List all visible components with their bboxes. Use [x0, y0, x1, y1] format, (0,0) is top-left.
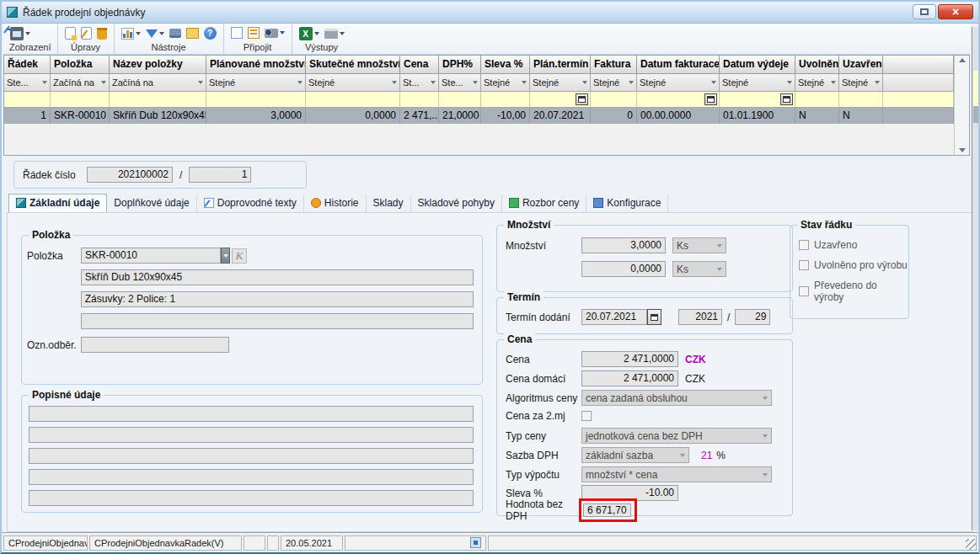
filter-input[interactable] — [839, 92, 883, 108]
cell-nazev[interactable]: Skříň Dub 120x90x45 — [110, 108, 206, 124]
unit2-select[interactable]: Ks — [672, 261, 726, 277]
cell-uzavren[interactable]: N — [839, 108, 883, 124]
quantity2-field[interactable]: 0,0000 — [581, 261, 666, 277]
tab-zakladni-udaje[interactable]: Základní údaje — [8, 194, 107, 212]
filter-operator[interactable]: Stejné — [481, 74, 530, 92]
filter-operator[interactable]: Ste... — [439, 74, 481, 92]
filter-input[interactable] — [591, 92, 637, 108]
vat-rate-select[interactable]: základní sazba — [581, 447, 689, 463]
tab-skladove-pohyby[interactable]: Skladové pohyby — [411, 194, 502, 212]
net-value-field[interactable]: 6 671,70 — [583, 503, 631, 517]
tab-doprovodne-texty[interactable]: Doprovodné texty — [197, 194, 304, 212]
filter-operator[interactable]: Stejné — [795, 74, 839, 92]
cell-radek[interactable]: 1 — [4, 108, 51, 124]
analysis-button[interactable] — [185, 27, 200, 40]
tab-konfigurace[interactable]: Konfigurace — [586, 194, 668, 212]
scroll-up-icon[interactable] — [959, 58, 966, 62]
filter-operator[interactable]: Začíná na — [51, 74, 110, 92]
attach-photo-button[interactable] — [264, 28, 286, 39]
price-type-select[interactable]: jednotková cena bez DPH — [581, 428, 772, 444]
tab-doplnkove-udaje[interactable]: Doplňkové údaje — [107, 194, 196, 212]
restore-button[interactable] — [913, 4, 936, 19]
filter-input[interactable] — [51, 92, 110, 108]
attach-note-button[interactable] — [230, 26, 244, 40]
actions-button[interactable] — [120, 27, 142, 40]
filter-input[interactable] — [795, 92, 839, 108]
calc-type-select[interactable]: množství * cena — [581, 466, 772, 482]
descriptive-field-2[interactable] — [29, 427, 474, 443]
cell-dph[interactable]: 21,0000 — [439, 108, 481, 124]
item-lookup-button[interactable]: K — [232, 248, 247, 264]
tab-sklady[interactable]: Sklady — [367, 194, 411, 212]
cell-skut-mnozstvi[interactable]: 0,0000 — [306, 108, 400, 124]
cell-datum-fakturace[interactable]: 00.00.0000 — [637, 108, 720, 124]
status-icon-button[interactable] — [470, 537, 481, 548]
column-header[interactable]: Plán.termín — [530, 56, 591, 74]
cell-polozka[interactable]: SKR-00010 — [51, 108, 110, 124]
grid-vertical-scrollbar[interactable] — [954, 56, 969, 155]
price-per-2mj-checkbox[interactable] — [581, 411, 592, 421]
filter-operator[interactable]: Stejné — [206, 74, 306, 92]
filter-operator[interactable]: Začíná na — [110, 74, 206, 92]
attach-list-button[interactable] — [247, 26, 260, 40]
scroll-down-icon[interactable] — [959, 148, 966, 152]
new-button[interactable] — [64, 26, 77, 40]
column-header[interactable]: Faktura — [591, 56, 637, 74]
tab-rozbor-ceny[interactable]: Rozbor ceny — [502, 194, 586, 212]
calendar-button[interactable] — [704, 93, 717, 105]
order-number-field[interactable]: 202100002 — [87, 167, 173, 183]
filter-operator[interactable]: Stejné — [591, 74, 637, 92]
filter-input[interactable] — [4, 92, 51, 108]
column-header[interactable]: Cena — [400, 56, 439, 74]
table-row-selected[interactable]: 1 SKR-00010 Skříň Dub 120x90x45 3,0000 0… — [4, 108, 954, 124]
calendar-button[interactable] — [647, 309, 661, 325]
filter-input[interactable] — [400, 92, 439, 108]
edit-button[interactable] — [80, 26, 93, 40]
column-header[interactable]: Skutečné množství — [306, 56, 400, 74]
item-description-field[interactable]: Zásuvky: 2 Police: 1 — [81, 291, 474, 307]
filter-operator[interactable]: Stejné — [530, 74, 591, 92]
filter-input[interactable] — [720, 92, 795, 108]
column-header[interactable]: Řádek — [4, 56, 51, 74]
year-field[interactable]: 2021 — [678, 309, 722, 325]
column-header[interactable]: Datum výdeje — [720, 56, 795, 74]
print-button[interactable] — [324, 28, 345, 40]
calendar-button[interactable] — [576, 93, 588, 105]
descriptive-field-4[interactable] — [29, 469, 474, 485]
filter-operator[interactable]: Stejné — [720, 74, 795, 92]
unit-select[interactable]: Ks — [672, 237, 726, 253]
resize-grip[interactable] — [966, 539, 977, 550]
filter-operator[interactable]: St... — [400, 74, 439, 92]
column-header[interactable]: Plánované množství — [206, 56, 306, 74]
filter-operator[interactable]: Ste... — [4, 74, 51, 92]
cell-cena[interactable]: 2 471,... — [400, 108, 439, 124]
filter-input[interactable] — [306, 92, 400, 108]
filter-button[interactable] — [145, 29, 165, 39]
column-header[interactable]: Sleva % — [481, 56, 530, 74]
filter-input[interactable] — [530, 92, 591, 108]
delivery-date-field[interactable]: 20.07.2021 — [581, 309, 647, 325]
column-header[interactable]: Položka — [51, 56, 110, 74]
column-header[interactable]: DPH% — [439, 56, 481, 74]
column-header[interactable]: Datum fakturace — [637, 56, 720, 74]
cell-plan-mnozstvi[interactable]: 3,0000 — [206, 108, 306, 124]
cell-datum-vydeje[interactable]: 01.01.1900 — [720, 108, 795, 124]
cell-plan-termin[interactable]: 20.07.2021 — [530, 108, 591, 124]
filter-operator[interactable]: Stejné — [637, 74, 720, 92]
ozn-odber-field[interactable] — [81, 337, 229, 353]
filter-input[interactable] — [439, 92, 481, 108]
cell-sleva[interactable]: -10,00 — [481, 108, 530, 124]
line-number-field[interactable]: 1 — [189, 167, 251, 183]
home-price-field[interactable]: 2 471,0000 — [581, 370, 678, 386]
help-button[interactable]: ? — [203, 26, 217, 40]
column-header[interactable]: Uvolněn — [795, 56, 839, 74]
week-field[interactable]: 29 — [735, 309, 770, 325]
item-code-field[interactable]: SKR-00010 — [81, 248, 221, 264]
filter-operator[interactable]: Stejné — [306, 74, 400, 92]
item-description2-field[interactable] — [81, 313, 474, 329]
price-field[interactable]: 2 471,0000 — [581, 351, 678, 367]
released-checkbox[interactable] — [799, 260, 809, 270]
filter-input[interactable] — [637, 92, 720, 108]
quantity-field[interactable]: 3,0000 — [581, 237, 666, 253]
calendar-button[interactable] — [780, 93, 793, 105]
